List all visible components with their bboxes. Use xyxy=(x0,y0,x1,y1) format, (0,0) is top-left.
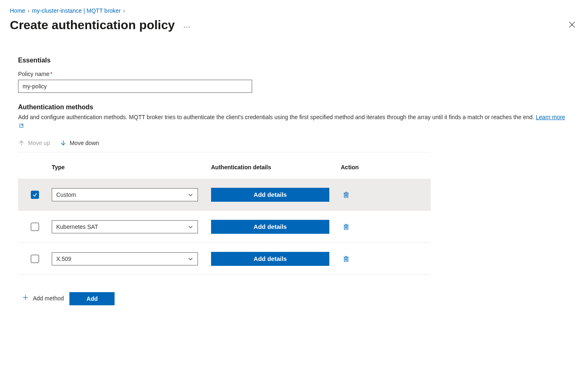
add-details-button[interactable]: Add details xyxy=(211,252,329,266)
external-link-icon xyxy=(19,122,24,131)
type-select-value: Custom xyxy=(56,191,76,198)
close-button[interactable] xyxy=(566,18,578,32)
table-header: Type Authentication details Action xyxy=(18,156,431,179)
svg-line-3 xyxy=(21,124,23,127)
more-actions-button[interactable]: ⋯ xyxy=(181,21,193,33)
table-row: X.509 Add details xyxy=(18,243,431,275)
delete-row-button[interactable] xyxy=(341,189,351,200)
row-checkbox[interactable] xyxy=(31,255,39,263)
table-row: Kubernetes SAT Add details xyxy=(18,211,431,243)
move-down-button[interactable]: Move down xyxy=(60,140,99,146)
breadcrumb: Home › my-cluster-instance | MQTT broker… xyxy=(10,7,578,14)
chevron-down-icon xyxy=(188,224,193,230)
essentials-heading: Essentials xyxy=(18,57,577,64)
breadcrumb-cluster[interactable]: my-cluster-instance | MQTT broker xyxy=(32,7,121,14)
delete-row-button[interactable] xyxy=(341,221,351,232)
check-icon xyxy=(32,192,38,198)
page-title: Create authentication policy xyxy=(10,18,175,32)
add-method-button[interactable]: Add method xyxy=(22,294,64,302)
policy-name-input[interactable] xyxy=(18,80,252,93)
trash-icon xyxy=(342,223,350,231)
plus-icon xyxy=(22,294,29,302)
add-method-label: Add method xyxy=(33,295,64,302)
col-header-action: Action xyxy=(341,164,431,171)
add-details-button[interactable]: Add details xyxy=(211,220,329,234)
table-row: Custom Add details xyxy=(18,179,431,211)
add-details-button[interactable]: Add details xyxy=(211,188,329,202)
type-select[interactable]: Custom xyxy=(52,188,198,201)
trash-icon xyxy=(342,255,350,263)
policy-name-label: Policy name* xyxy=(18,71,577,77)
chevron-down-icon xyxy=(188,192,193,198)
chevron-right-icon: › xyxy=(123,7,125,14)
arrow-up-icon xyxy=(18,140,25,146)
type-select-value: Kubernetes SAT xyxy=(56,224,98,230)
close-icon xyxy=(568,21,576,28)
breadcrumb-home[interactable]: Home xyxy=(10,7,25,14)
col-header-type: Type xyxy=(52,164,211,171)
type-select[interactable]: Kubernetes SAT xyxy=(52,220,198,233)
type-select-value: X.509 xyxy=(56,256,71,262)
trash-icon xyxy=(342,191,350,198)
required-indicator: * xyxy=(50,71,52,77)
chevron-right-icon: › xyxy=(28,7,30,14)
auth-methods-heading: Authentication methods xyxy=(18,104,577,111)
add-button[interactable]: Add xyxy=(69,292,115,305)
arrow-down-icon xyxy=(60,140,67,146)
row-checkbox[interactable] xyxy=(31,191,39,199)
type-select[interactable]: X.509 xyxy=(52,252,198,265)
auth-methods-table: Type Authentication details Action Custo… xyxy=(18,156,431,275)
col-header-details: Authentication details xyxy=(211,164,341,171)
move-up-button[interactable]: Move up xyxy=(18,140,50,146)
auth-methods-description: Add and configure authentication methods… xyxy=(18,113,568,131)
chevron-down-icon xyxy=(188,256,193,262)
row-checkbox[interactable] xyxy=(31,223,39,231)
delete-row-button[interactable] xyxy=(341,254,351,264)
